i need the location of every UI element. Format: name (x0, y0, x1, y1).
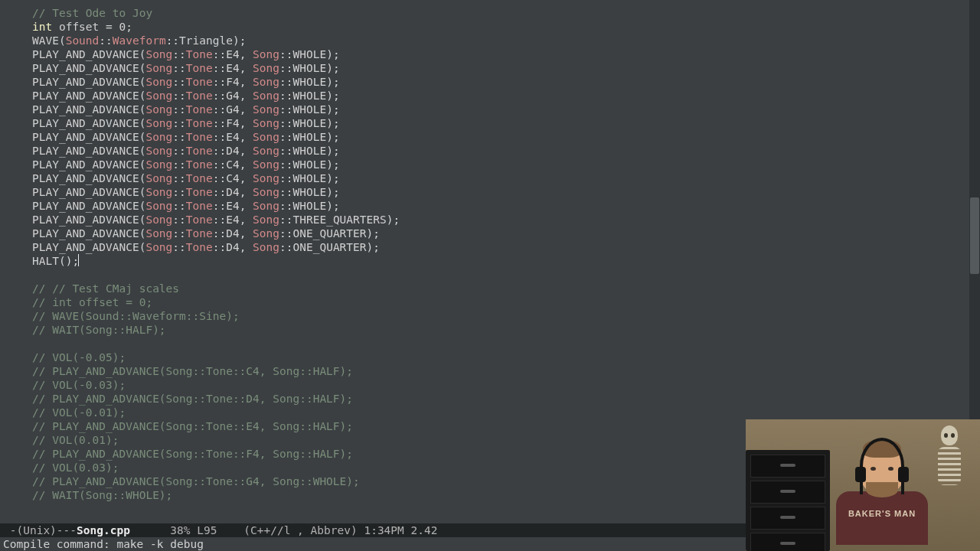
play-line: PLAY_AND_ADVANCE(Song::Tone::E4, Song::W… (0, 199, 980, 213)
decl-line: int offset = 0; (0, 20, 980, 34)
play-line: PLAY_AND_ADVANCE(Song::Tone::E4, Song::W… (0, 61, 980, 75)
blank-line (0, 268, 980, 282)
play-line: PLAY_AND_ADVANCE(Song::Tone::G4, Song::W… (0, 103, 980, 116)
play-line: PLAY_AND_ADVANCE(Song::Tone::D4, Song::W… (0, 185, 980, 199)
wave-line: WAVE(Sound::Waveform::Triangle); (0, 34, 980, 47)
comment-line: // PLAY_AND_ADVANCE(Song::Tone::D4, Song… (0, 392, 980, 406)
comment-line: // // Test CMaj scales (0, 282, 980, 295)
modeline-filename: Song.cpp (77, 524, 130, 536)
comment-line: // VOL(-0.03); (0, 378, 980, 392)
play-line: PLAY_AND_ADVANCE(Song::Tone::D4, Song::W… (0, 144, 980, 158)
play-line: PLAY_AND_ADVANCE(Song::Tone::E4, Song::W… (0, 130, 980, 144)
play-line: PLAY_AND_ADVANCE(Song::Tone::F4, Song::W… (0, 75, 980, 89)
play-line: PLAY_AND_ADVANCE(Song::Tone::D4, Song::O… (0, 227, 980, 240)
streamer-person: BAKER'S MAN (828, 436, 936, 551)
play-line: PLAY_AND_ADVANCE(Song::Tone::F4, Song::W… (0, 116, 980, 130)
blank-line (0, 337, 980, 350)
play-line: PLAY_AND_ADVANCE(Song::Tone::E4, Song::W… (0, 47, 980, 61)
comment-line: // WAIT(Song::HALF); (0, 323, 980, 337)
minibuffer-prompt: Compile command: (3, 538, 116, 550)
scrollbar-thumb[interactable] (970, 197, 979, 274)
comment-line: // VOL(-0.01); (0, 406, 980, 419)
play-line: PLAY_AND_ADVANCE(Song::Tone::E4, Song::T… (0, 213, 980, 227)
play-line: PLAY_AND_ADVANCE(Song::Tone::G4, Song::W… (0, 89, 980, 103)
play-line: PLAY_AND_ADVANCE(Song::Tone::D4, Song::O… (0, 240, 980, 254)
play-line: PLAY_AND_ADVANCE(Song::Tone::C4, Song::W… (0, 171, 980, 185)
skeleton-prop (930, 425, 969, 517)
comment-line: // PLAY_AND_ADVANCE(Song::Tone::C4, Song… (0, 364, 980, 378)
webcam-overlay: BAKER'S MAN (746, 419, 980, 551)
halt-line: HALT(); (0, 254, 980, 268)
modeline-status: 38% L95 (C++//l , Abbrev) 1:34PM 2.42 (130, 524, 438, 536)
minibuffer-command[interactable]: make -k debug (116, 538, 204, 550)
text-cursor (78, 254, 79, 266)
modeline-left: -(Unix)--- (3, 524, 77, 536)
play-line: PLAY_AND_ADVANCE(Song::Tone::C4, Song::W… (0, 158, 980, 171)
comment-line: // int offset = 0; (0, 295, 980, 309)
comment-line: // Test Ode to Joy (0, 6, 980, 20)
comment-line: // VOL(-0.05); (0, 350, 980, 364)
comment-line: // WAVE(Sound::Waveform::Sine); (0, 309, 980, 323)
file-cabinet (746, 450, 830, 551)
